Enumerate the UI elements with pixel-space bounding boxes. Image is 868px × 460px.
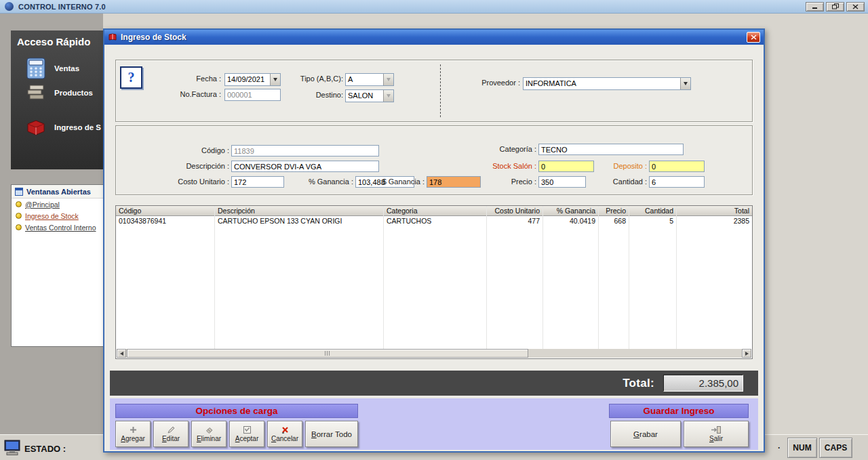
app-icon xyxy=(5,2,14,11)
stock-salon-label: Stock Salón : xyxy=(472,162,536,170)
fecha-value: 14/09/2021 xyxy=(225,74,270,85)
scroll-right-arrow[interactable] xyxy=(742,349,751,358)
open-window-ventas[interactable]: Ventas Control Interno xyxy=(12,222,103,233)
column-header: % Ganancia xyxy=(543,206,599,216)
sidebar-item-ingreso-stock[interactable]: Ingreso de S xyxy=(11,116,103,139)
scroll-left-arrow[interactable] xyxy=(117,349,126,358)
cancelar-button[interactable]: Cancelar xyxy=(267,421,302,447)
ingreso-stock-dialog: Ingreso de Stock ? Fecha : 14/09/2021 No… xyxy=(103,28,765,453)
dialog-close-button[interactable] xyxy=(747,32,760,43)
guardar-ingreso-header: Guardar Ingreso xyxy=(609,404,749,418)
scrollbar-thumb[interactable] xyxy=(127,349,528,358)
deposito-input[interactable]: 0 xyxy=(649,161,705,172)
close-icon xyxy=(751,35,757,40)
ganancia-monto-input[interactable]: 178 xyxy=(427,176,481,188)
table-cell[interactable]: 2385 xyxy=(677,216,752,226)
sidebar-item-productos[interactable]: Productos xyxy=(11,82,103,104)
open-window-link: @Principal xyxy=(25,201,60,209)
opciones-carga-header: Opciones de carga xyxy=(115,404,358,418)
button-label: Aceptar xyxy=(235,435,258,442)
button-label: Eliminar xyxy=(197,435,221,442)
salir-button[interactable]: Salir xyxy=(684,421,749,447)
table-cell[interactable]: CARTUCHO EPSON 133 CYAN ORIGI xyxy=(215,216,383,226)
checklist-icon xyxy=(243,425,252,434)
sidebar-item-label: Ingreso de S xyxy=(54,123,101,131)
codigo-input[interactable]: 11839 xyxy=(231,145,379,156)
table-cell[interactable]: 5 xyxy=(629,216,676,226)
close-button[interactable] xyxy=(846,2,865,12)
codigo-label: Código : xyxy=(158,146,229,154)
column-header: Cantidad xyxy=(629,206,677,216)
bullet-icon xyxy=(16,224,22,230)
table-cell[interactable]: 40.0419 xyxy=(543,216,598,226)
categoria-input[interactable]: TECNO xyxy=(538,144,684,155)
destino-select[interactable]: SALON xyxy=(345,89,394,102)
cantidad-input[interactable]: 6 xyxy=(649,176,705,188)
aceptar-button[interactable]: Aceptar xyxy=(229,421,264,447)
help-button[interactable]: ? xyxy=(120,66,142,89)
open-window-link: Ingreso de Stock xyxy=(25,212,79,220)
open-windows-header: Ventanas Abiertas xyxy=(12,185,103,198)
action-panel: Opciones de carga Guardar Ingreso Agrega… xyxy=(110,398,758,450)
costo-unitario-input[interactable]: 172 xyxy=(231,176,284,188)
proveedor-value: INFORMATICA xyxy=(524,78,680,89)
table-cell[interactable]: CARTUCHOS xyxy=(384,216,486,226)
question-mark-icon: ? xyxy=(128,70,135,85)
table-cell[interactable]: 010343876941 xyxy=(116,216,214,226)
bullet-icon xyxy=(16,201,22,207)
agregar-button[interactable]: Agregar xyxy=(115,421,151,447)
open-window-principal[interactable]: @Principal xyxy=(12,198,103,210)
computer-icon xyxy=(4,440,22,459)
cantidad-label: Cantidad : xyxy=(597,177,647,186)
factura-input[interactable]: 000001 xyxy=(224,89,281,101)
tipo-select[interactable]: A xyxy=(345,73,394,86)
sidebar-item-label: Productos xyxy=(54,89,93,97)
proveedor-select[interactable]: INFORMATICA xyxy=(523,77,691,90)
costo-unitario-label: Costo Unitario : xyxy=(151,177,229,186)
column-header: Descripción xyxy=(215,206,384,216)
fecha-label: Fecha : xyxy=(153,75,221,83)
dialog-title: Ingreso de Stock xyxy=(121,33,186,42)
column-header: Precio xyxy=(599,206,629,216)
chevron-down-icon[interactable] xyxy=(383,90,393,102)
open-window-link: Ventas Control Interno xyxy=(25,224,96,232)
grabar-button[interactable]: Grabar xyxy=(610,421,681,447)
destino-value: SALON xyxy=(346,90,383,102)
ganancia-pct-label: % Ganancia : xyxy=(285,177,353,186)
sidebar-item-ventas[interactable]: Ventas xyxy=(11,56,103,81)
table-column-precio: Precio 668 xyxy=(599,206,629,349)
close-icon xyxy=(852,4,859,9)
column-header: Costo Unitario xyxy=(487,206,543,216)
column-header: Código xyxy=(116,206,215,216)
minimize-button[interactable] xyxy=(806,2,824,12)
horizontal-scrollbar[interactable] xyxy=(117,349,751,358)
caps-lock-indicator: CAPS xyxy=(819,438,852,458)
stock-salon-input[interactable]: 0 xyxy=(538,161,594,172)
open-window-ingreso-stock[interactable]: Ingreso de Stock xyxy=(12,210,103,222)
table-cell[interactable]: 477 xyxy=(487,216,542,226)
ganancia-monto-label: $ Ganancia : xyxy=(372,177,425,186)
chevron-down-icon[interactable] xyxy=(680,78,690,89)
total-bar: Total: 2.385,00 xyxy=(110,371,758,396)
borrar-todo-button[interactable]: Borrar Todo xyxy=(305,421,358,447)
fecha-select[interactable]: 14/09/2021 xyxy=(224,73,281,86)
editar-button[interactable]: Editar xyxy=(153,421,189,447)
item-groupbox: Código : 11839 Descripción : CONVERSOR D… xyxy=(115,125,753,195)
tipo-label: Tipo (A,B,C): xyxy=(279,75,343,83)
eliminar-button[interactable]: Eliminar xyxy=(191,421,226,447)
table-cell[interactable]: 668 xyxy=(599,216,629,226)
app-titlebar: CONTROL INTERNO 7.0 xyxy=(0,0,868,14)
sidebar-item-label: Ventas xyxy=(54,64,79,72)
table-column-descripcion: Descripción CARTUCHO EPSON 133 CYAN ORIG… xyxy=(215,206,384,349)
estado-label: ESTADO : xyxy=(24,444,66,454)
precio-input[interactable]: 350 xyxy=(538,176,586,188)
table-column-cantidad: Cantidad 5 xyxy=(629,206,677,349)
chevron-down-icon[interactable] xyxy=(383,74,393,85)
descripcion-input[interactable]: CONVERSOR DVI-A VGA xyxy=(231,161,379,172)
header-groupbox: ? Fecha : 14/09/2021 No.Factura : 000001… xyxy=(115,60,753,122)
button-label: Grabar xyxy=(633,430,658,438)
restore-button[interactable] xyxy=(826,2,844,12)
quick-access-title: Acceso Rápido xyxy=(17,36,90,47)
exit-door-icon xyxy=(711,425,722,434)
button-label: Editar xyxy=(162,435,180,442)
